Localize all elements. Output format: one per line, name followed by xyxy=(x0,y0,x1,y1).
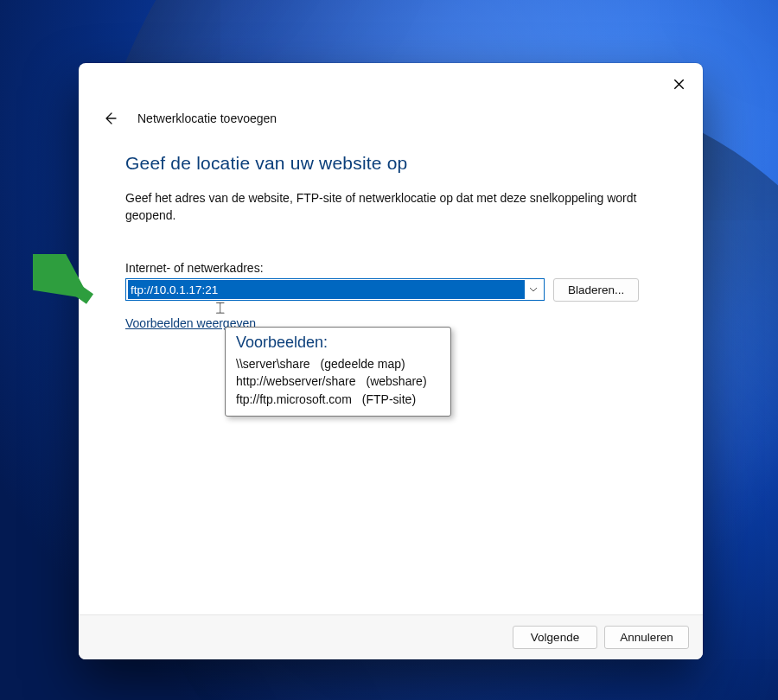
tooltip-example: \\server\share xyxy=(236,357,310,371)
titlebar xyxy=(79,63,703,105)
wizard-title: Netwerklocatie toevoegen xyxy=(137,111,277,125)
tooltip-row: http://webserver/share(webshare) xyxy=(236,372,440,390)
wizard-header: Netwerklocatie toevoegen xyxy=(79,105,703,143)
page-description: Geef het adres van de website, FTP-site … xyxy=(125,189,653,225)
tooltip-desc: (webshare) xyxy=(367,374,427,388)
address-combobox[interactable] xyxy=(125,278,545,301)
close-icon xyxy=(673,79,685,90)
tooltip-example: ftp://ftp.microsoft.com xyxy=(236,392,352,406)
next-button[interactable]: Volgende xyxy=(513,626,597,649)
address-input[interactable] xyxy=(128,280,525,299)
browse-button[interactable]: Bladeren... xyxy=(553,278,639,302)
tooltip-title: Voorbeelden: xyxy=(236,334,440,352)
close-button[interactable] xyxy=(660,70,698,98)
tooltip-desc: (FTP-site) xyxy=(362,392,416,406)
cancel-button[interactable]: Annuleren xyxy=(604,626,689,649)
dialog-footer: Volgende Annuleren xyxy=(79,614,703,659)
tooltip-row: \\server\share(gedeelde map) xyxy=(236,355,440,372)
address-label: Internet- of netwerkadres: xyxy=(125,261,656,275)
text-cursor-icon: ⌶ xyxy=(216,301,225,315)
chevron-down-icon[interactable] xyxy=(525,279,542,300)
back-button[interactable] xyxy=(101,110,118,127)
tooltip-row: ftp://ftp.microsoft.com(FTP-site) xyxy=(236,391,440,408)
tooltip-desc: (gedeelde map) xyxy=(321,357,405,371)
examples-tooltip: Voorbeelden: \\server\share(gedeelde map… xyxy=(225,327,451,417)
tooltip-example: http://webserver/share xyxy=(236,374,356,388)
page-heading: Geef de locatie van uw website op xyxy=(125,153,656,174)
address-row: ⌶ Bladeren... xyxy=(125,278,656,302)
arrow-left-icon xyxy=(103,111,117,125)
